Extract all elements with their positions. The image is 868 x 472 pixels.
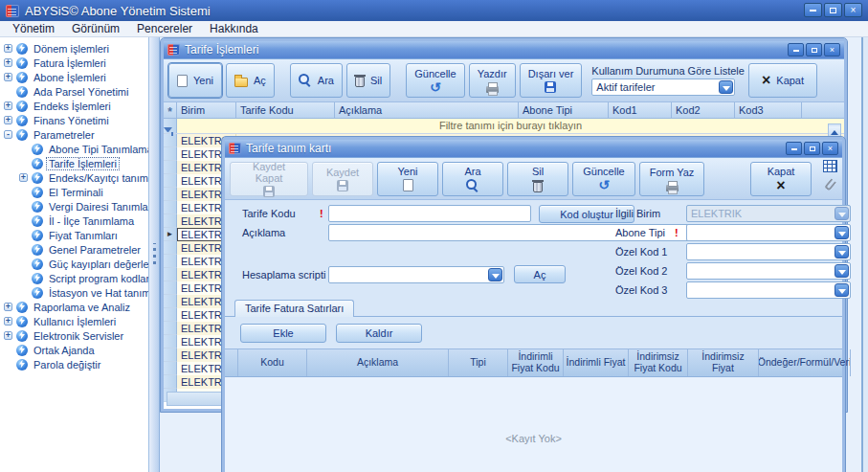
tariff-window-titlebar[interactable]: Tarife İşlemleri × bbox=[164, 41, 844, 59]
row-selector[interactable]: ► bbox=[164, 322, 177, 335]
new-button[interactable]: Yeni bbox=[377, 162, 438, 196]
column-header[interactable]: Birim bbox=[177, 102, 236, 118]
sidebar-item[interactable]: Kullanıcı İşlemleri bbox=[0, 314, 148, 328]
close-button[interactable]: × bbox=[822, 142, 838, 155]
column-header[interactable]: İndirimsiz Fiyat bbox=[688, 349, 759, 376]
expand-collapse-icon[interactable] bbox=[4, 116, 12, 124]
row-selector[interactable]: ► bbox=[164, 201, 177, 214]
ozel-kod1-select[interactable] bbox=[686, 243, 851, 260]
minimize-button[interactable] bbox=[788, 43, 804, 56]
sidebar-item[interactable]: Abone İşlemleri bbox=[0, 70, 148, 84]
open-button[interactable]: Aç bbox=[226, 63, 275, 98]
close-button[interactable]: × bbox=[824, 43, 840, 56]
paperclip-icon[interactable] bbox=[823, 178, 835, 191]
new-button[interactable]: Yeni bbox=[168, 63, 222, 98]
column-header[interactable]: Açıklama bbox=[335, 102, 519, 118]
minimize-button[interactable] bbox=[804, 3, 822, 17]
chevron-down-icon[interactable] bbox=[835, 226, 849, 239]
filter-hint[interactable]: Filtre tanımı için burayı tıklayın bbox=[177, 119, 844, 133]
row-selector[interactable]: ► bbox=[164, 255, 177, 268]
tarife-kodu-input[interactable] bbox=[328, 205, 531, 222]
sidebar-item[interactable]: Script program kodları bbox=[0, 271, 148, 285]
grid-corner-cell[interactable]: * bbox=[164, 102, 177, 118]
tariff-grid-filter-row[interactable]: Filtre tanımı için burayı tıklayın bbox=[164, 119, 844, 134]
column-header[interactable]: Kod1 bbox=[609, 102, 672, 118]
maximize-button[interactable] bbox=[824, 3, 842, 17]
maximize-button[interactable] bbox=[806, 43, 822, 56]
search-button[interactable]: Ara bbox=[290, 63, 343, 98]
tab-tarife-fatura-satirlari[interactable]: Tarife Fatura Satırları bbox=[234, 300, 354, 317]
row-selector[interactable]: ► bbox=[164, 281, 177, 295]
dialog-titlebar[interactable]: Tarife tanım kartı × bbox=[225, 140, 842, 158]
chevron-down-icon[interactable] bbox=[488, 268, 502, 281]
chevron-down-icon[interactable] bbox=[835, 264, 849, 278]
splitter-handle[interactable] bbox=[148, 37, 160, 472]
row-selector[interactable]: ► bbox=[164, 147, 177, 161]
sidebar-item[interactable]: Finans Yönetimi bbox=[0, 113, 148, 127]
export-button[interactable]: Dışarı ver bbox=[520, 63, 583, 98]
row-selector[interactable]: ► bbox=[164, 174, 177, 188]
main-titlebar[interactable]: ABYSiS© Abone Yönetim Sistemi × bbox=[0, 0, 868, 21]
row-selector[interactable]: ► bbox=[164, 308, 177, 322]
menu-item[interactable]: Pencereler bbox=[128, 21, 201, 36]
sidebar-item[interactable]: İstasyon ve Hat tanımları bbox=[0, 285, 148, 300]
open-script-button[interactable]: Aç bbox=[514, 265, 566, 283]
maximize-button[interactable] bbox=[804, 142, 820, 155]
close-dialog-button[interactable]: Kapat × bbox=[750, 162, 812, 196]
expand-collapse-icon[interactable] bbox=[4, 317, 12, 326]
row-selector[interactable]: ► bbox=[164, 375, 177, 389]
row-selector[interactable]: ► bbox=[164, 228, 177, 241]
refresh-button[interactable]: Güncelle ↺ bbox=[406, 63, 464, 98]
row-selector[interactable]: ► bbox=[164, 134, 177, 147]
column-header[interactable]: Tipi bbox=[449, 349, 508, 376]
expand-collapse-icon[interactable] bbox=[4, 58, 12, 67]
abone-tipi-select[interactable] bbox=[686, 224, 851, 241]
column-header[interactable]: Kod2 bbox=[672, 102, 735, 118]
chevron-down-icon[interactable] bbox=[719, 80, 733, 94]
menu-item[interactable]: Yönetim bbox=[4, 21, 63, 36]
add-row-button[interactable]: Ekle bbox=[240, 324, 326, 343]
row-selector[interactable]: ► bbox=[164, 362, 177, 375]
ozel-kod2-select[interactable] bbox=[686, 262, 851, 280]
expand-collapse-icon[interactable] bbox=[19, 173, 28, 182]
grid-view-icon[interactable] bbox=[823, 160, 837, 172]
print-button[interactable]: Yazdır bbox=[469, 63, 516, 98]
delete-button[interactable]: Sil bbox=[507, 162, 568, 196]
column-header[interactable]: İndirimli Fiyat Kodu bbox=[508, 349, 564, 376]
column-header[interactable]: Açıklama bbox=[307, 349, 449, 376]
expand-collapse-icon[interactable] bbox=[4, 331, 12, 340]
row-selector[interactable]: ► bbox=[164, 348, 177, 362]
menu-item[interactable]: Görünüm bbox=[63, 21, 128, 36]
column-header[interactable]: Öndeğer/Formül/Veri bbox=[759, 349, 851, 376]
sidebar-item[interactable]: Dönem işlemleri bbox=[0, 41, 148, 56]
sidebar-item[interactable]: Endeks İşlemleri bbox=[0, 99, 148, 113]
close-window-button[interactable]: × Kapat bbox=[748, 63, 817, 98]
sidebar-item[interactable]: Parola değiştir bbox=[0, 357, 148, 371]
row-selector[interactable]: ► bbox=[164, 188, 177, 201]
sidebar-item[interactable]: Tarife İşlemleri bbox=[0, 156, 148, 170]
row-selector[interactable]: ► bbox=[164, 335, 177, 348]
sidebar-item[interactable]: Ortak Ajanda bbox=[0, 343, 148, 357]
chevron-down-icon[interactable] bbox=[835, 245, 849, 258]
delete-button[interactable]: Sil bbox=[346, 63, 390, 98]
sidebar-item[interactable]: Fatura İşlemleri bbox=[0, 56, 148, 70]
save-button[interactable]: Kaydet bbox=[312, 162, 373, 196]
sidebar-item[interactable]: Abone Tipi Tanımlama bbox=[0, 142, 148, 156]
row-selector[interactable]: ► bbox=[164, 161, 177, 174]
sidebar-item[interactable]: Genel Parametreler bbox=[0, 242, 148, 257]
save-close-button[interactable]: Kaydet Kapat bbox=[230, 162, 308, 196]
expand-collapse-icon[interactable] bbox=[4, 130, 12, 139]
menu-item[interactable]: Hakkında bbox=[201, 21, 267, 36]
sidebar-item[interactable]: Raporlama ve Analiz bbox=[0, 300, 148, 314]
sidebar-item[interactable]: Elektronik Servisler bbox=[0, 328, 148, 343]
remove-row-button[interactable]: Kaldır bbox=[336, 324, 422, 343]
column-header[interactable]: Abone Tipi bbox=[519, 102, 609, 118]
chevron-down-icon[interactable] bbox=[835, 283, 849, 297]
sidebar-item[interactable]: Güç kayıpları değerleri bbox=[0, 257, 148, 271]
sidebar-item[interactable]: Ada Parsel Yönetimi bbox=[0, 84, 148, 99]
row-selector[interactable]: ► bbox=[164, 268, 177, 281]
expand-collapse-icon[interactable] bbox=[4, 101, 12, 110]
column-header[interactable]: Tarife Kodu bbox=[236, 102, 335, 118]
print-form-button[interactable]: Form Yaz bbox=[639, 162, 704, 196]
expand-collapse-icon[interactable] bbox=[4, 73, 12, 81]
